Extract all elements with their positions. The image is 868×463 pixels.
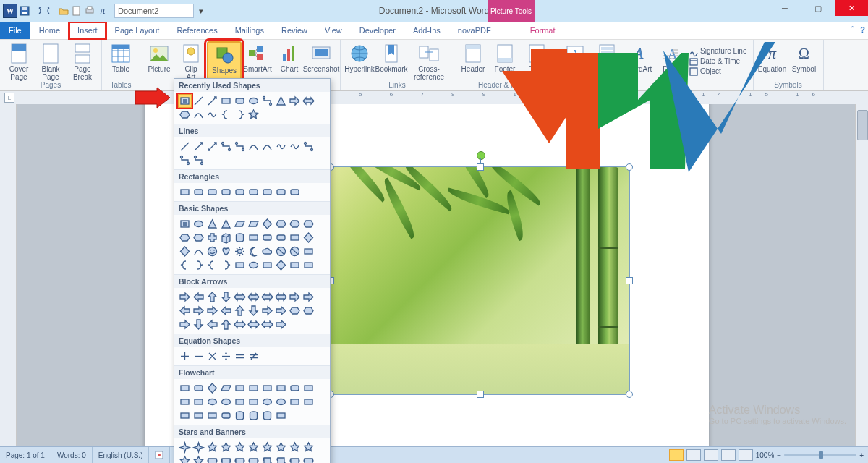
shape-7pt[interactable] <box>247 441 260 454</box>
shape-terminator[interactable] <box>288 381 302 395</box>
zoom-level[interactable]: 100% <box>756 451 775 459</box>
close-button[interactable]: ✕ <box>835 0 868 16</box>
shape-curved-down[interactable] <box>247 454 260 463</box>
shape-connector2[interactable] <box>178 153 192 167</box>
shape-sort[interactable] <box>302 395 315 409</box>
shape-callout-d[interactable] <box>192 318 205 331</box>
hyperlink-button[interactable]: Hyperlink <box>344 41 375 81</box>
smartart-button[interactable]: SmartArt <box>242 41 273 81</box>
shape-trap[interactable] <box>247 217 260 231</box>
status-words[interactable]: Words: 0 <box>51 447 93 463</box>
bookmark-button[interactable]: Bookmark <box>375 41 407 81</box>
tab-insert[interactable]: Insert <box>69 22 106 39</box>
shape-extract[interactable] <box>178 409 192 422</box>
shape-curvedup[interactable] <box>233 304 247 318</box>
shape-lbrace[interactable] <box>205 258 219 272</box>
shape-rect[interactable] <box>178 185 192 199</box>
shape-oval[interactable] <box>247 94 260 108</box>
shape-rrect[interactable] <box>192 185 205 199</box>
view-draft[interactable] <box>739 449 753 461</box>
shape-blockarc[interactable] <box>288 245 302 258</box>
shape-multiply[interactable] <box>205 349 219 363</box>
shape-merge[interactable] <box>192 409 205 422</box>
cross-reference-button[interactable]: Cross-reference <box>407 41 451 81</box>
shape-noentry[interactable] <box>274 245 288 258</box>
shape-chord[interactable] <box>178 245 192 258</box>
shape-seqaccess[interactable] <box>233 409 247 422</box>
shape-triangle[interactable] <box>274 94 288 108</box>
shape-elbow-arrow[interactable] <box>233 140 247 153</box>
shape-process[interactable] <box>178 381 192 395</box>
shape-offpage[interactable] <box>219 395 233 409</box>
rotation-handle[interactable] <box>477 151 485 160</box>
shape-punchtape[interactable] <box>247 395 260 409</box>
shape-ribbon-up[interactable] <box>205 454 219 463</box>
shape-pentagon[interactable] <box>274 217 288 231</box>
tab-addins[interactable]: Add-Ins <box>404 22 449 39</box>
redo-icon[interactable] <box>45 5 56 17</box>
resize-handle-n[interactable] <box>477 163 484 171</box>
shape-star[interactable] <box>247 108 260 122</box>
shape-prep[interactable] <box>302 381 315 395</box>
shape-heptagon[interactable] <box>302 217 315 231</box>
shape-equal[interactable] <box>233 349 247 363</box>
shape-heart[interactable] <box>219 245 233 258</box>
shape-summing[interactable] <box>260 395 274 409</box>
shape-left[interactable] <box>192 290 205 304</box>
shape-striped[interactable] <box>260 304 274 318</box>
shape-5pt[interactable] <box>219 441 233 454</box>
cover-page-button[interactable]: CoverPage <box>3 41 35 81</box>
maximize-button[interactable]: ▢ <box>801 0 835 16</box>
shape-arrow[interactable] <box>192 140 205 153</box>
shape-leftright[interactable] <box>233 290 247 304</box>
shape-internal[interactable] <box>247 381 260 395</box>
shape-smile[interactable] <box>205 245 219 258</box>
screenshot-button[interactable]: Screenshot <box>305 41 337 81</box>
tab-mailings[interactable]: Mailings <box>226 22 273 39</box>
shape-snipdiag[interactable] <box>247 185 260 199</box>
shape-donut[interactable] <box>247 258 260 272</box>
zoom-thumb[interactable] <box>819 451 823 459</box>
shape-curvedleft[interactable] <box>219 304 233 318</box>
shape-6pt[interactable] <box>233 441 247 454</box>
shape-line[interactable] <box>178 140 192 153</box>
shape-curve-arrow[interactable] <box>260 140 274 153</box>
status-page[interactable]: Page: 1 of 1 <box>0 447 51 463</box>
shape-callout-lr[interactable] <box>233 318 247 331</box>
shape-sun[interactable] <box>233 245 247 258</box>
shape-wave[interactable] <box>288 454 302 463</box>
shape-connector3[interactable] <box>192 153 205 167</box>
tab-page-layout[interactable]: Page Layout <box>106 22 169 39</box>
shape-rounddiag[interactable] <box>288 185 302 199</box>
shape-snip1[interactable] <box>205 185 219 199</box>
shape-card[interactable] <box>233 395 247 409</box>
shape-pie[interactable] <box>302 231 315 245</box>
shape-curved-up[interactable] <box>233 454 247 463</box>
shape-quad[interactable] <box>260 290 274 304</box>
vertical-ruler[interactable] <box>0 104 17 447</box>
shape-folded[interactable] <box>302 245 315 258</box>
shape-4pt[interactable] <box>205 441 219 454</box>
shape-directaccess[interactable] <box>260 409 274 422</box>
shape-16pt[interactable] <box>302 441 315 454</box>
resize-handle-e[interactable] <box>626 277 633 284</box>
picture-button[interactable]: Picture <box>143 41 175 81</box>
shape-cylinder[interactable] <box>233 231 247 245</box>
shape-octagon[interactable] <box>178 231 192 245</box>
shape-notched[interactable] <box>274 304 288 318</box>
word-app-icon[interactable]: W <box>3 4 17 18</box>
vertical-scrollbar[interactable] <box>855 104 868 447</box>
shape-predef[interactable] <box>233 381 247 395</box>
shape-32pt[interactable] <box>192 454 205 463</box>
shape-scribble[interactable] <box>288 140 302 153</box>
zoom-in-button[interactable]: + <box>859 451 864 459</box>
shape-divide[interactable] <box>219 349 233 363</box>
shape-multidoc[interactable] <box>274 381 288 395</box>
shape-freeform[interactable] <box>274 140 288 153</box>
tab-review[interactable]: Review <box>273 22 316 39</box>
shape-bent[interactable] <box>288 290 302 304</box>
shape-snipsame[interactable] <box>233 185 247 199</box>
shape-curve[interactable] <box>247 140 260 153</box>
shape-rounded-rect[interactable] <box>233 94 247 108</box>
shape-10pt[interactable] <box>274 441 288 454</box>
